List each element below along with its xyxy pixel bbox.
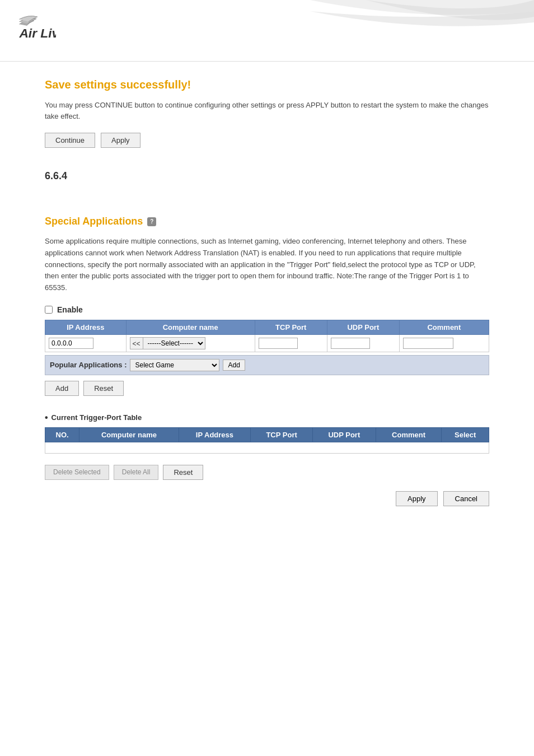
save-title: Save settings successfully! bbox=[45, 78, 489, 91]
current-table-section: • Current Trigger-Port Table NO. Compute… bbox=[45, 413, 489, 454]
final-cancel-button[interactable]: Cancel bbox=[443, 491, 489, 506]
cur-col-select: Select bbox=[442, 427, 489, 442]
add-button[interactable]: Add bbox=[45, 381, 79, 396]
special-applications-title: Special Applications ? bbox=[45, 216, 489, 227]
delete-all-button[interactable]: Delete All bbox=[114, 465, 159, 480]
bottom-action-row: Delete Selected Delete All Reset bbox=[45, 465, 489, 480]
tcp-input[interactable] bbox=[259, 338, 298, 349]
special-applications-section: Special Applications ? Some applications… bbox=[45, 216, 489, 506]
cur-col-computer: Computer name bbox=[79, 427, 179, 442]
special-applications-description: Some applications require multiple conne… bbox=[45, 236, 489, 294]
popular-applications-label: Popular Applications : bbox=[50, 361, 127, 369]
empty-row bbox=[45, 442, 489, 453]
ip-input[interactable] bbox=[49, 338, 93, 349]
action-row: Add Reset bbox=[45, 381, 489, 396]
select-prefix: << bbox=[130, 337, 143, 349]
computer-select-wrapper: << ------Select------ bbox=[130, 337, 251, 349]
enable-row: Enable bbox=[45, 305, 489, 314]
reset-table-button[interactable]: Reset bbox=[163, 465, 203, 480]
col-udp-header: UDP Port bbox=[327, 320, 399, 334]
logo: Air Live bbox=[17, 11, 56, 42]
popular-applications-row: Popular Applications : Select Game Add bbox=[45, 355, 489, 375]
section-number: 6.6.4 bbox=[45, 170, 489, 182]
current-table-title: • Current Trigger-Port Table bbox=[45, 413, 489, 423]
cur-col-udp: UDP Port bbox=[312, 427, 376, 442]
continue-button[interactable]: Continue bbox=[45, 133, 95, 148]
save-description: You may press CONTINUE button to continu… bbox=[45, 100, 489, 122]
computer-select[interactable]: ------Select------ bbox=[143, 337, 205, 349]
col-tcp-header: TCP Port bbox=[255, 320, 327, 334]
col-ip-header: IP Address bbox=[45, 320, 127, 334]
current-table-title-text: Current Trigger-Port Table bbox=[51, 413, 142, 422]
udp-cell bbox=[327, 334, 399, 352]
apply-cancel-row: Apply Cancel bbox=[45, 491, 489, 506]
computer-cell: << ------Select------ bbox=[126, 334, 255, 352]
comment-input[interactable] bbox=[403, 338, 453, 349]
cur-col-tcp: TCP Port bbox=[251, 427, 313, 442]
enable-label: Enable bbox=[57, 305, 83, 314]
save-button-group: Continue Apply bbox=[45, 133, 489, 148]
header: Air Live bbox=[0, 0, 534, 62]
ip-cell bbox=[45, 334, 127, 352]
save-section: Save settings successfully! You may pres… bbox=[45, 78, 489, 148]
svg-text:Air Live: Air Live bbox=[18, 26, 56, 40]
cur-col-no: NO. bbox=[45, 427, 79, 442]
col-computer-header: Computer name bbox=[126, 320, 255, 334]
udp-input[interactable] bbox=[331, 338, 370, 349]
select-game[interactable]: Select Game bbox=[130, 359, 219, 371]
reset-button[interactable]: Reset bbox=[83, 381, 124, 396]
cur-col-comment: Comment bbox=[376, 427, 442, 442]
logo-icon: Air Live bbox=[17, 11, 56, 42]
main-content: Save settings successfully! You may pres… bbox=[0, 62, 534, 523]
help-icon[interactable]: ? bbox=[147, 217, 156, 226]
apply-save-button[interactable]: Apply bbox=[101, 133, 140, 148]
tcp-cell bbox=[255, 334, 327, 352]
delete-selected-button[interactable]: Delete Selected bbox=[45, 465, 109, 480]
current-table: NO. Computer name IP Address TCP Port UD… bbox=[45, 427, 489, 454]
final-apply-button[interactable]: Apply bbox=[396, 491, 438, 506]
special-applications-title-text: Special Applications bbox=[45, 216, 143, 227]
enable-checkbox[interactable] bbox=[45, 306, 53, 314]
main-input-table: IP Address Computer name TCP Port UDP Po… bbox=[45, 320, 489, 352]
bullet-icon: • bbox=[45, 413, 48, 423]
header-decoration bbox=[310, 0, 534, 62]
comment-cell bbox=[399, 334, 489, 352]
input-row: << ------Select------ bbox=[45, 334, 489, 352]
popular-add-button[interactable]: Add bbox=[223, 360, 245, 371]
cur-col-ip: IP Address bbox=[179, 427, 251, 442]
col-comment-header: Comment bbox=[399, 320, 489, 334]
